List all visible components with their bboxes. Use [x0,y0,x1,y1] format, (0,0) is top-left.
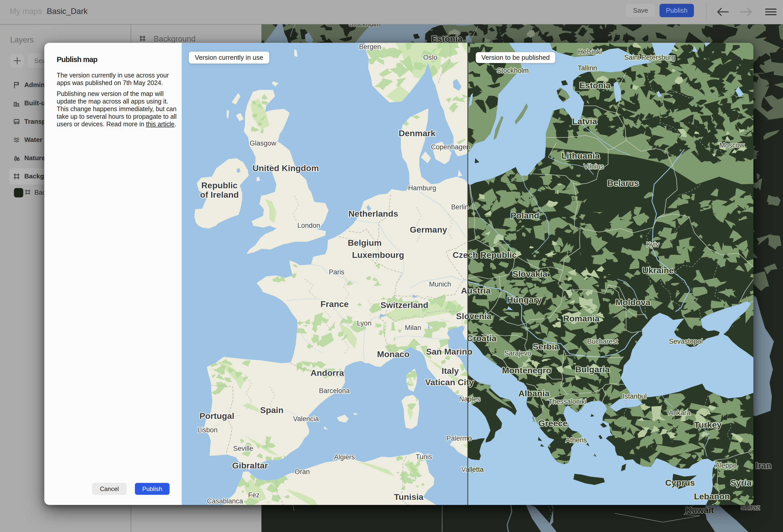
svg-text:Switzerland: Switzerland [381,300,429,310]
svg-text:United Kingdom: United Kingdom [253,163,319,173]
svg-text:Oran: Oran [294,468,310,475]
svg-text:Stockholm: Stockholm [349,24,381,28]
svg-text:Estonia: Estonia [432,34,463,43]
svg-text:Milan: Milan [405,324,421,332]
svg-text:Oslo: Oslo [423,54,437,61]
svg-text:Tallinn: Tallinn [430,24,449,25]
svg-text:San Marino: San Marino [426,347,472,356]
svg-text:Casablanca: Casablanca [207,497,244,505]
svg-text:Luxembourg: Luxembourg [352,250,404,260]
svg-text:Paris: Paris [329,268,344,276]
svg-text:Valencia: Valencia [293,415,319,423]
svg-text:Netherlands: Netherlands [348,209,398,218]
svg-text:Lyon: Lyon [357,319,372,327]
svg-text:Seville: Seville [233,445,253,452]
svg-text:Vatican City: Vatican City [425,377,474,387]
svg-text:Kuwait: Kuwait [686,505,714,515]
svg-text:London: London [297,222,320,229]
svg-text:France: France [320,299,349,309]
svg-text:Belgium: Belgium [348,238,382,248]
svg-text:Italy: Italy [442,366,459,376]
svg-text:Monaco: Monaco [377,349,409,359]
svg-text:Portugal: Portugal [199,411,234,420]
svg-text:Republic: Republic [201,181,238,190]
svg-text:Berlin: Berlin [451,203,468,211]
svg-text:of Ireland: of Ireland [200,190,239,199]
svg-text:Spain: Spain [260,405,284,415]
svg-text:Lisbon: Lisbon [197,426,218,434]
svg-text:Iran: Iran [756,461,771,470]
svg-text:Gibraltar: Gibraltar [232,461,268,470]
svg-text:Glasgow: Glasgow [250,139,276,147]
svg-text:Hamburg: Hamburg [408,184,436,192]
svg-text:Bergen: Bergen [359,43,381,51]
svg-text:Barcelona: Barcelona [319,387,350,395]
svg-text:Denmark: Denmark [399,128,436,138]
svg-text:Tunisia: Tunisia [394,492,424,502]
svg-text:Tunis: Tunis [415,453,432,461]
svg-text:Copenhagen: Copenhagen [431,143,470,151]
svg-text:Munich: Munich [429,280,451,288]
svg-text:Germany: Germany [410,225,447,234]
svg-text:Andorra: Andorra [311,368,344,378]
svg-text:Algiers: Algiers [334,453,355,461]
svg-text:Fez: Fez [248,491,259,499]
